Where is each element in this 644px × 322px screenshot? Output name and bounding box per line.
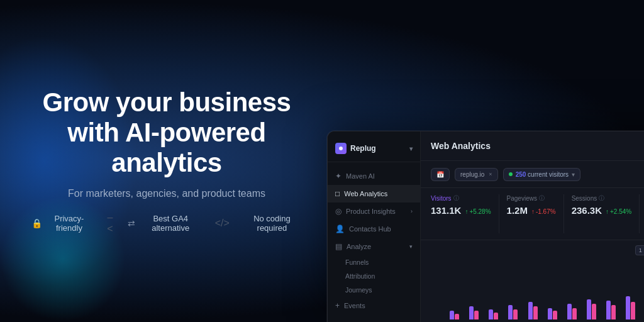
brand-icon [335, 143, 347, 154]
metric-pageviews-inner: 1.2M ↑ -1.67% [507, 205, 556, 217]
bar-pink [494, 313, 498, 319]
metrics-row: Visitors ⓘ 131.1K ↑ +5.28% [421, 188, 644, 240]
sidebar-item-funnels[interactable]: Funnels [328, 255, 420, 269]
chart-area: 1 Note Notes (1) ▤ ↗ [421, 240, 644, 316]
sidebar-item-contacts-hub[interactable]: 👤 Contacts Hub [328, 220, 420, 238]
domain-filter[interactable]: replug.io × [455, 168, 498, 181]
feature-privacy-label: Privacy-friendly [46, 214, 92, 233]
chart-note: 1 Note [635, 245, 644, 255]
sidebar-maven-label: Maven AI [346, 172, 375, 180]
brand-chevron-icon: ▾ [409, 145, 413, 152]
chart-bar-group [606, 301, 624, 319]
bar-purple [489, 309, 493, 319]
divider-2: </> [215, 218, 230, 229]
metric-sessions: Sessions ⓘ 236.3K ↑ +2.54% [572, 194, 640, 233]
chart-bar-group [626, 296, 643, 319]
metric-visitors-label: Visitors ⓘ [431, 194, 491, 203]
visitors-dot [509, 172, 513, 176]
page-content: Grow your business with AI-powered analy… [0, 0, 644, 322]
main-content: Web Analytics ↑ Share 📅 replug.io [421, 131, 644, 322]
sidebar-brand[interactable]: Replug ▾ [328, 139, 420, 162]
hero-subtitle: For marketers, agencies, and product tea… [68, 188, 265, 199]
analyze-icon: ▤ [335, 242, 342, 251]
sidebar-item-product-insights[interactable]: ◎ Product Insights › [328, 203, 420, 220]
maven-icon: ✦ [335, 172, 341, 180]
sessions-up-icon: ↑ [606, 208, 609, 215]
sidebar-analyze-label: Analyze [347, 243, 371, 250]
bar-purple [587, 299, 591, 319]
divider-1: –< [105, 212, 115, 235]
bar-pink [592, 304, 596, 319]
funnels-label: Funnels [345, 258, 369, 266]
dashboard-window: Replug ▾ ✦ Maven AI □ Web Analytics ◎ Pr… [327, 131, 644, 322]
calendar-icon: 📅 [436, 171, 444, 178]
metric-visitors-value: 131.1K [431, 205, 461, 216]
svg-point-0 [339, 147, 343, 150]
feature-nocoding: No coding required [242, 214, 302, 233]
chart-bar-group [587, 299, 604, 319]
attribution-label: Attribution [345, 272, 375, 280]
sessions-info-icon: ⓘ [599, 194, 604, 203]
chevron-right-icon: › [411, 208, 413, 214]
up-arrow-icon: ↑ [465, 208, 468, 215]
chart-bar-group [548, 308, 565, 319]
sidebar-item-analyze[interactable]: ▤ Analyze ▾ [328, 238, 420, 255]
calendar-filter[interactable]: 📅 [431, 168, 450, 181]
top-bar: Web Analytics ↑ Share [421, 131, 644, 161]
metric-sessions-label: Sessions ⓘ [572, 194, 632, 203]
sidebar-item-attribution[interactable]: Attribution [328, 269, 420, 283]
web-analytics-icon: □ [335, 189, 340, 198]
feature-ga4: ⇄ Best GA4 alternative [128, 214, 203, 233]
pageviews-info-icon: ⓘ [539, 194, 545, 203]
sidebar-item-web-analytics[interactable]: □ Web Analytics [328, 185, 420, 203]
bar-purple [548, 308, 552, 319]
visitors-filter[interactable]: 250 current visitors ▾ [503, 168, 580, 181]
bar-pink [474, 311, 479, 319]
sidebar-item-maven[interactable]: ✦ Maven AI [328, 167, 420, 185]
metric-sessions-inner: 236.3K ↑ +2.54% [572, 205, 632, 217]
visitors-info-icon: ⓘ [453, 194, 459, 203]
product-insights-icon: ◎ [335, 207, 341, 216]
metric-pageviews-value: 1.2M [507, 205, 528, 216]
bar-pink [631, 302, 635, 319]
feature-nocoding-label: No coding required [242, 214, 302, 233]
sidebar-item-events[interactable]: + Events [328, 297, 420, 314]
bar-purple [508, 305, 513, 319]
metric-sessions-change: ↑ +2.54% [606, 208, 631, 215]
metric-pageviews: Pageviews ⓘ 1.2M ↑ -1.67% [507, 194, 564, 233]
bar-purple [606, 301, 611, 319]
metric-sessions-value: 236.3K [572, 205, 602, 216]
pageviews-down-icon: ↑ [531, 208, 535, 215]
lock-icon: 🔒 [31, 218, 42, 228]
visitors-count: 250 [516, 171, 526, 178]
window-inner: Replug ▾ ✦ Maven AI □ Web Analytics ◎ Pr… [328, 131, 644, 322]
visitors-label-text: Visitors [431, 195, 452, 202]
visitors-change-value: +5.28% [469, 208, 491, 215]
bar-pink [611, 305, 616, 319]
bar-pink [533, 306, 538, 319]
ga4-icon: ⇄ [128, 218, 135, 228]
visitors-chevron-icon: ▾ [572, 171, 575, 178]
hero-title: Grow your business with AI-powered analy… [31, 87, 302, 179]
domain-close-icon[interactable]: × [489, 171, 492, 177]
sidebar-events-label: Events [344, 302, 365, 309]
feature-ga4-label: Best GA4 alternative [139, 214, 203, 233]
metric-visitors: Visitors ⓘ 131.1K ↑ +5.28% [431, 194, 499, 233]
features-row: 🔒 Privacy-friendly –< ⇄ Best GA4 alterna… [31, 212, 302, 235]
chart-bar-group [489, 309, 506, 319]
sidebar-item-journeys[interactable]: Journeys [328, 283, 420, 297]
bar-purple [528, 302, 533, 319]
journeys-label: Journeys [345, 286, 372, 294]
bar-purple [626, 296, 630, 319]
contacts-icon: 👤 [335, 225, 345, 233]
analyze-chevron-icon: ▾ [409, 243, 413, 250]
metric-visitors-inner: 131.1K ↑ +5.28% [431, 205, 491, 217]
filters-bar: 📅 replug.io × 250 current visitors [421, 161, 644, 188]
sidebar-contacts-label: Contacts Hub [349, 225, 391, 233]
visitors-text: current visitors [528, 171, 569, 178]
metric-pageviews-change: ↑ -1.67% [531, 208, 556, 215]
bar-purple [469, 306, 474, 319]
page-title: Web Analytics [431, 141, 491, 151]
events-plus-icon: + [335, 301, 340, 310]
chart-bar-group [450, 311, 467, 319]
